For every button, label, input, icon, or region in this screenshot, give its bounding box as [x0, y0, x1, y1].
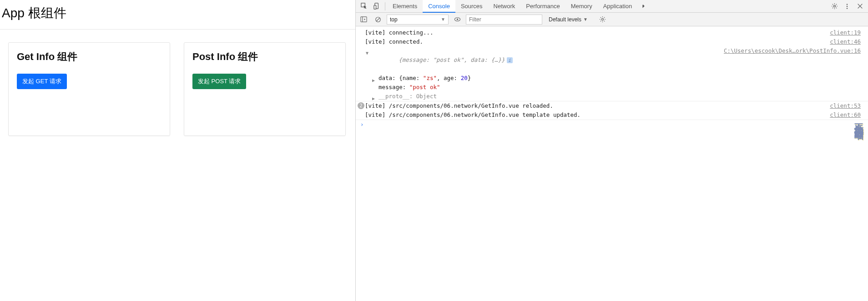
log-line[interactable]: [vite] /src/components/06.network/GetInf…	[356, 110, 868, 120]
console-prompt[interactable]: ›	[356, 120, 868, 129]
log-source-link[interactable]: C:\Users\escook\Desk…ork\PostInfo.vue:16	[724, 46, 864, 74]
device-toggle-icon[interactable]	[370, 0, 383, 13]
close-devtools-icon[interactable]	[853, 0, 866, 13]
log-line[interactable]: [vite] connected. client:46	[356, 37, 868, 46]
log-line[interactable]: 2 [vite] /src/components/06.network/GetI…	[356, 101, 868, 110]
log-text: [vite] /src/components/06.network/GetInf…	[365, 101, 830, 110]
svg-point-4	[847, 5, 848, 6]
card-title: Post Info 组件	[192, 50, 337, 64]
property-line: __proto__: Object	[372, 92, 864, 101]
tab-network[interactable]: Network	[488, 0, 521, 13]
cards-row: Get Info 组件 发起 GET 请求 Post Info 组件 发起 PO…	[0, 30, 355, 149]
tab-sources[interactable]: Sources	[455, 0, 488, 13]
live-expression-icon[interactable]	[451, 14, 463, 25]
log-line[interactable]: [vite] connecting... client:19	[356, 28, 868, 37]
app-pane: App 根组件 Get Info 组件 发起 GET 请求 Post Info …	[0, 0, 356, 301]
svg-point-3	[847, 4, 848, 5]
get-request-button[interactable]: 发起 GET 请求	[17, 74, 67, 89]
log-source-link[interactable]: client:46	[830, 37, 864, 46]
svg-point-2	[833, 5, 835, 7]
tab-console[interactable]: Console	[423, 0, 455, 13]
property-line: data: {name: "zs", age: 20}	[372, 74, 864, 83]
svg-rect-1	[373, 5, 376, 9]
divider	[385, 2, 385, 10]
tab-performance[interactable]: Performance	[520, 0, 565, 13]
card-title: Get Info 组件	[17, 50, 161, 64]
chevron-down-icon: ▼	[441, 17, 445, 22]
clear-console-icon[interactable]	[372, 14, 384, 25]
svg-rect-6	[360, 17, 366, 22]
svg-point-5	[847, 8, 848, 9]
log-text: [vite] connected.	[365, 37, 830, 46]
inspect-icon[interactable]	[358, 0, 370, 13]
expand-toggle-icon[interactable]	[366, 49, 368, 58]
info-icon: i	[507, 57, 513, 63]
property-line: message: "post ok"	[372, 83, 864, 92]
levels-label: Default levels	[549, 16, 581, 23]
toggle-sidebar-icon[interactable]	[358, 14, 369, 25]
object-property[interactable]: message: "post ok"	[356, 83, 868, 92]
object-property[interactable]: __proto__: Object	[356, 92, 868, 101]
context-select[interactable]: top ▼	[387, 15, 449, 25]
card-get-info: Get Info 组件 发起 GET 请求	[8, 42, 170, 136]
devtools-tab-bar: Elements Console Sources Network Perform…	[356, 0, 868, 13]
console-body: [vite] connecting... client:19 [vite] co…	[356, 26, 868, 301]
app-title: App 根组件	[0, 0, 355, 30]
context-value: top	[390, 16, 398, 23]
log-source-link[interactable]: client:60	[830, 110, 864, 120]
log-object-expanded[interactable]: {message: "post ok", data: {…}}i C:\User…	[356, 46, 868, 74]
log-levels-select[interactable]: Default levels ▼	[545, 16, 591, 23]
console-settings-icon[interactable]	[597, 14, 609, 25]
log-source-link[interactable]: client:53	[830, 101, 864, 110]
log-text: [vite] connecting...	[365, 28, 830, 37]
tab-memory[interactable]: Memory	[565, 0, 598, 13]
log-text: [vite] /src/components/06.network/GetInf…	[365, 110, 830, 120]
object-preview: {message: "post ok", data: {…}}i	[365, 46, 724, 74]
chevron-down-icon: ▼	[583, 17, 588, 22]
card-post-info: Post Info 组件 发起 POST 请求	[184, 42, 346, 136]
settings-icon[interactable]	[828, 0, 841, 13]
filter-input[interactable]	[466, 15, 542, 25]
devtools-panel: Elements Console Sources Network Perform…	[356, 0, 868, 301]
object-property[interactable]: data: {name: "zs", age: 20}	[356, 74, 868, 83]
log-source-link[interactable]: client:19	[830, 28, 864, 37]
svg-point-9	[456, 19, 458, 20]
tab-application[interactable]: Application	[598, 0, 638, 13]
tab-elements[interactable]: Elements	[387, 0, 423, 13]
repeat-count-badge: 2	[358, 102, 364, 109]
post-request-button[interactable]: 发起 POST 请求	[192, 74, 246, 89]
more-tabs-icon[interactable]	[637, 0, 650, 13]
svg-point-10	[602, 18, 604, 20]
kebab-menu-icon[interactable]	[841, 0, 853, 13]
console-toolbar: top ▼ Default levels ▼	[356, 13, 868, 26]
